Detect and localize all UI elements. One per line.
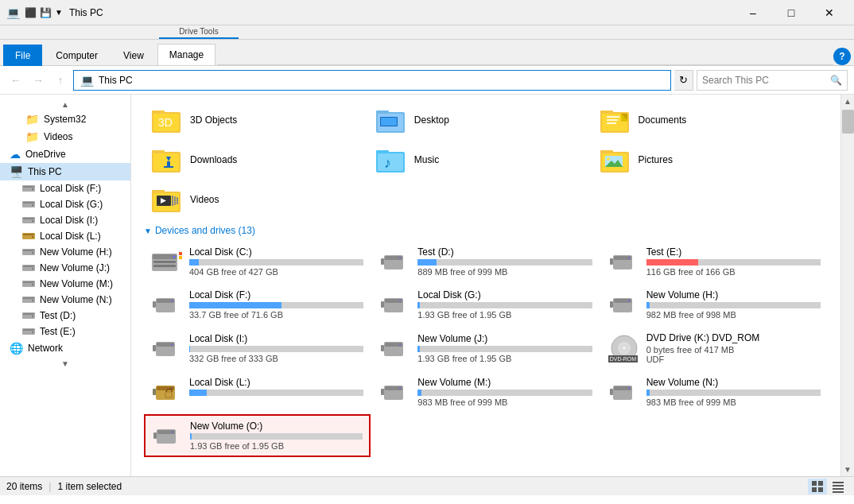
sidebar-item-system32[interactable]: 📁 System32 [0, 110, 130, 128]
minimize-button[interactable]: – [735, 0, 771, 25]
drive-name-local-i: Local Disk (I:) [189, 333, 363, 344]
drive-icon-local-f [151, 290, 183, 319]
sidebar-item-local-l[interactable]: Local Disk (L:) [0, 228, 130, 244]
refresh-button[interactable]: ↻ [674, 70, 693, 91]
drive-bar-fill-local-f [189, 302, 281, 308]
drive-bar-fill-local-c [189, 259, 199, 266]
folder-item-desktop[interactable]: Desktop [368, 101, 591, 139]
search-box[interactable]: 🔍 [697, 70, 848, 91]
drive-icon-local-g [379, 290, 411, 319]
drive-item-local-c[interactable]: Local Disk (C:) 404 GB free of 427 GB [144, 241, 371, 282]
tab-manage[interactable]: Manage [157, 44, 215, 66]
view-large-icons-button[interactable] [808, 479, 827, 494]
drive-name-local-f: Local Disk (F:) [189, 289, 363, 300]
drive-item-local-l[interactable]: Local Disk (L:) [144, 371, 371, 413]
drive-free-dvd-k: 0 bytes free of 417 MB [646, 345, 821, 355]
path-icon: 💻 [80, 74, 94, 87]
content-scrollbar[interactable]: ▲ ▼ [840, 95, 854, 476]
quick-save[interactable]: ⬛ [25, 7, 37, 18]
svg-rect-130 [812, 487, 817, 492]
status-bar-right [808, 479, 848, 494]
drive-item-local-f[interactable]: Local Disk (F:) 33.7 GB free of 71.6 GB [144, 284, 371, 325]
up-button[interactable]: ↑ [51, 71, 70, 90]
view-details-button[interactable] [829, 479, 848, 494]
sidebar-item-new-vol-n[interactable]: New Volume (N:) [0, 292, 130, 308]
folder-label-3d: 3D Objects [190, 114, 237, 126]
scroll-thumb[interactable] [842, 110, 854, 134]
scroll-track[interactable] [841, 108, 854, 463]
drive-item-dvd-k[interactable]: DVD-ROM DVD Drive (K:) DVD_ROM 0 bytes f… [601, 327, 828, 370]
drive-item-new-vol-j[interactable]: New Volume (J:) 1.93 GB free of 1.95 GB [372, 327, 599, 370]
window-title: This PC [69, 7, 103, 18]
drive-icon-new-vol-n [608, 378, 640, 406]
sidebar-item-local-i[interactable]: Local Disk (I:) [0, 212, 130, 228]
tab-view[interactable]: View [111, 45, 156, 66]
folder-icon: 📁 [25, 130, 39, 143]
sidebar-item-new-vol-h[interactable]: New Volume (H:) [0, 244, 130, 260]
sidebar-item-local-g[interactable]: Local Disk (G:) [0, 196, 130, 212]
folder-item-documents[interactable]: Documents [592, 101, 815, 139]
drive-bar-bg-local-g [417, 302, 592, 308]
svg-point-73 [173, 256, 176, 258]
search-icon[interactable]: 🔍 [830, 75, 842, 86]
folder-item-pictures[interactable]: Pictures [592, 141, 815, 179]
svg-point-61 [607, 157, 610, 161]
drive-tools-label: Drive Tools [159, 25, 239, 39]
scroll-down-arrow[interactable]: ▼ [841, 463, 855, 476]
drive-item-new-vol-h[interactable]: New Volume (H:) 982 MB free of 998 MB [601, 284, 828, 325]
sidebar-item-new-vol-m[interactable]: New Volume (M:) [0, 276, 130, 292]
address-path[interactable]: 💻 This PC [73, 70, 671, 91]
close-button[interactable]: ✕ [811, 0, 848, 25]
svg-rect-119 [381, 389, 384, 395]
sidebar-label-local-l: Local Disk (L:) [40, 231, 101, 242]
sidebar-item-test-e[interactable]: Test (E:) [0, 324, 130, 339]
sidebar-item-local-f[interactable]: Local Disk (F:) [0, 180, 130, 196]
hdd-icon-n [22, 294, 35, 305]
sidebar-item-test-d[interactable]: Test (D:) [0, 308, 130, 324]
folder-item-music[interactable]: ♪ Music [368, 141, 591, 179]
drive-item-local-g[interactable]: Local Disk (G:) 1.93 GB free of 1.95 GB [372, 284, 599, 325]
svg-point-20 [32, 284, 33, 285]
folder-item-downloads[interactable]: Downloads [144, 141, 367, 179]
drive-icon-new-vol-h [608, 290, 640, 319]
svg-point-126 [172, 432, 173, 433]
svg-rect-58 [600, 150, 613, 153]
folder-icon-downloads [152, 145, 184, 174]
search-input[interactable] [702, 75, 827, 86]
quick-dropdown[interactable]: ▼ [55, 8, 63, 17]
drive-bar-bg-test-d [417, 259, 592, 266]
quick-save2[interactable]: 💾 [40, 7, 52, 18]
folder-label-videos-content: Videos [190, 194, 219, 205]
forward-button[interactable]: → [29, 71, 48, 90]
drive-item-test-e[interactable]: Test (E:) 116 GB free of 166 GB [601, 241, 828, 282]
drive-bar-bg-new-vol-h [646, 302, 821, 308]
sidebar-item-videos-nav[interactable]: 📁 Videos [0, 128, 130, 145]
drive-info-local-i: Local Disk (I:) 332 GB free of 333 GB [189, 333, 363, 363]
sidebar-item-this-pc[interactable]: 🖥️ This PC [0, 163, 130, 180]
drive-item-local-i[interactable]: Local Disk (I:) 332 GB free of 333 GB [144, 327, 371, 370]
drive-item-new-vol-n[interactable]: New Volume (N:) 983 MB free of 999 MB [601, 371, 828, 413]
sidebar-item-onedrive[interactable]: ☁ OneDrive [0, 145, 130, 163]
svg-rect-77 [179, 256, 182, 259]
sidebar-item-new-vol-j[interactable]: New Volume (J:) [0, 260, 130, 276]
scroll-up-arrow[interactable]: ▲ [841, 95, 855, 108]
drive-item-new-vol-o[interactable]: New Volume (O:) 1.93 GB free of 1.95 GB [144, 414, 371, 457]
sidebar-scroll-down[interactable]: ▼ [0, 357, 130, 370]
drive-item-test-d[interactable]: Test (D:) 889 MB free of 999 MB [372, 241, 599, 282]
sidebar-scroll-up[interactable]: ▲ [0, 98, 130, 110]
tab-file[interactable]: File [3, 45, 42, 66]
drive-free-local-c: 404 GB free of 427 GB [189, 267, 363, 277]
svg-rect-128 [812, 481, 817, 486]
drive-bar-bg-new-vol-j [417, 346, 592, 352]
drive-icon-local-l [151, 378, 183, 406]
tab-computer[interactable]: Computer [44, 45, 110, 66]
folder-item-3d-objects[interactable]: 3D 3D Objects [144, 101, 367, 139]
devices-section-header[interactable]: ▼ Devices and drives (13) [144, 225, 828, 236]
sidebar-item-network[interactable]: 🌐 Network [0, 339, 130, 357]
maximize-button[interactable]: □ [773, 0, 809, 25]
help-button[interactable]: ? [833, 48, 851, 65]
back-button[interactable]: ← [6, 71, 25, 90]
drive-item-new-vol-m[interactable]: New Volume (M:) 983 MB free of 999 MB [372, 371, 599, 413]
folder-icon-videos [152, 185, 184, 214]
folder-item-videos-content[interactable]: Videos [144, 180, 367, 219]
